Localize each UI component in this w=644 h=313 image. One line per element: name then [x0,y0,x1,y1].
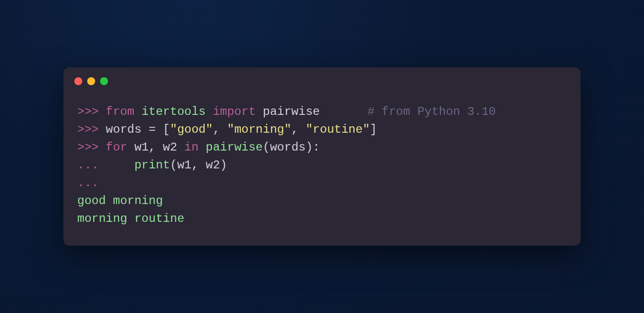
code-line-3: >>> for w1, w2 in pairwise(words): [77,139,567,156]
keyword-import: import [213,105,256,118]
variable-words: words [106,123,142,136]
function-pairwise: pairwise [206,141,263,154]
variable-w2: w2 [163,141,177,154]
repl-continuation: ... [77,176,99,190]
argument-w1: w1 [177,158,192,172]
string-literal: "good" [170,123,213,136]
titlebar [63,67,581,95]
output-line-1: good morning [77,192,567,210]
bracket-open: [ [163,123,170,136]
argument-w2: w2 [206,158,220,172]
code-line-5: ... [77,174,567,192]
maximize-icon[interactable] [100,77,108,85]
output-line-2: morning routine [77,210,567,228]
bracket-close: ] [370,123,377,136]
code-line-1: >>> from itertools import pairwise# from… [77,103,567,121]
module-name: itertools [142,105,206,118]
terminal-window: >>> from itertools import pairwise# from… [63,67,581,246]
keyword-for: for [106,141,127,154]
code-line-2: >>> words = ["good", "morning", "routine… [77,121,567,139]
comment-text: # from Python 3.10 [368,105,496,118]
code-line-4: ... print(w1, w2) [77,156,567,174]
keyword-from: from [106,105,135,118]
repl-prompt: >>> [77,141,106,154]
repl-prompt: >>> [77,123,106,136]
repl-continuation: ... [77,158,106,172]
repl-prompt: >>> [77,105,106,118]
code-area: >>> from itertools import pairwise# from… [63,95,581,246]
keyword-in: in [184,141,199,154]
variable-w1: w1 [134,141,149,154]
argument-words: words [270,141,306,154]
minimize-icon[interactable] [87,77,95,85]
assign-op: = [142,123,163,136]
string-literal: "morning" [227,123,291,136]
close-icon[interactable] [74,77,82,85]
import-target: pairwise [263,105,320,118]
string-literal: "routine" [306,123,370,136]
function-print: print [134,158,170,172]
